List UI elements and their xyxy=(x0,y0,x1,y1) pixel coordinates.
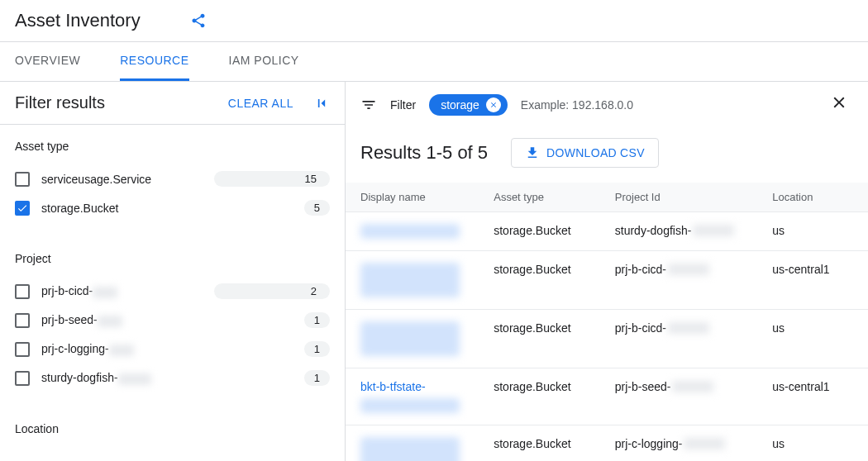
sidebar-actions: CLEAR ALL xyxy=(228,95,330,112)
cell-asset: storage.Bucket xyxy=(494,263,615,276)
download-csv-button[interactable]: DOWNLOAD CSV xyxy=(511,138,659,168)
cell-project: prj-b-seed- xyxy=(615,380,773,393)
filter-chip-storage: storage xyxy=(429,94,508,116)
count-badge: 15 xyxy=(214,171,330,187)
cell-asset: storage.Bucket xyxy=(494,224,615,237)
cell-asset: storage.Bucket xyxy=(494,380,615,393)
download-label: DOWNLOAD CSV xyxy=(546,146,645,159)
cell-project: sturdy-dogfish- xyxy=(615,224,773,237)
cell-project: prj-c-logging- xyxy=(615,437,773,450)
checkbox-storage-bucket[interactable] xyxy=(15,201,30,216)
table-row: storage.Bucket prj-c-logging- us xyxy=(346,425,868,461)
col-header-project[interactable]: Project Id xyxy=(615,191,773,203)
table-row: storage.Bucket sturdy-dogfish- us xyxy=(346,212,868,251)
checkbox-project[interactable] xyxy=(15,313,30,328)
cell-asset: storage.Bucket xyxy=(494,437,615,450)
cell-location: us-central1 xyxy=(772,263,853,276)
filter-label: prj-b-seed- xyxy=(41,313,122,326)
checkbox-project[interactable] xyxy=(15,284,30,299)
cell-display[interactable] xyxy=(360,321,494,356)
results-table: Display name Asset type Project Id Locat… xyxy=(346,183,868,461)
collapse-sidebar-icon[interactable] xyxy=(313,95,330,112)
chip-text: storage xyxy=(441,98,479,112)
tab-iam-policy[interactable]: IAM POLICY xyxy=(229,42,299,81)
filter-label: prj-c-logging- xyxy=(41,342,134,355)
main-panel: Filter storage Example: 192.168.0.0 Resu… xyxy=(346,82,868,461)
table-row: bkt-b-tfstate- storage.Bucket prj-b-seed… xyxy=(346,368,868,425)
results-title: Results 1-5 of 5 xyxy=(360,142,488,164)
cell-display[interactable] xyxy=(360,263,494,297)
filter-label: prj-b-cicd- xyxy=(41,284,117,297)
cell-project: prj-b-cicd- xyxy=(615,263,773,276)
filter-section-location: Location xyxy=(0,407,345,461)
filter-section-title: Project xyxy=(15,252,330,265)
filter-section-title: Location xyxy=(15,422,330,435)
filter-item: prj-b-cicd- 2 xyxy=(15,277,330,306)
col-header-asset[interactable]: Asset type xyxy=(494,191,615,203)
count-badge: 2 xyxy=(214,283,330,299)
filter-sidebar: Filter results CLEAR ALL Asset type serv… xyxy=(0,82,346,461)
table-header: Display name Asset type Project Id Locat… xyxy=(346,183,868,212)
filter-section-project: Project prj-b-cicd- 2 prj-b-seed- 1 prj-… xyxy=(0,237,345,407)
filter-label: storage.Bucket xyxy=(41,202,118,215)
cell-location: us xyxy=(772,437,853,450)
count-badge: 1 xyxy=(304,312,330,328)
filter-hint[interactable]: Example: 192.168.0.0 xyxy=(521,98,633,112)
tabs: OVERVIEW RESOURCE IAM POLICY xyxy=(0,42,868,82)
checkbox-serviceusage[interactable] xyxy=(15,172,30,187)
filter-label: serviceusage.Service xyxy=(41,173,151,186)
tab-overview[interactable]: OVERVIEW xyxy=(15,42,80,81)
clear-all-button[interactable]: CLEAR ALL xyxy=(228,97,293,110)
count-badge: 1 xyxy=(304,370,330,386)
filter-item: storage.Bucket 5 xyxy=(15,193,330,222)
cell-display[interactable]: bkt-b-tfstate- xyxy=(360,380,494,413)
filter-results-title: Filter results xyxy=(15,93,105,112)
filter-item: serviceusage.Service 15 xyxy=(15,164,330,193)
cell-display[interactable] xyxy=(360,224,494,239)
results-header: Results 1-5 of 5 DOWNLOAD CSV xyxy=(346,128,868,183)
filter-item: prj-c-logging- 1 xyxy=(15,335,330,364)
cell-project: prj-b-cicd- xyxy=(615,321,773,335)
table-row: storage.Bucket prj-b-cicd- us xyxy=(346,310,868,368)
table-row: storage.Bucket prj-b-cicd- us-central1 xyxy=(346,251,868,310)
page-header: Asset Inventory xyxy=(0,0,868,42)
filter-label: sturdy-dogfish- xyxy=(41,371,151,384)
download-icon xyxy=(525,145,540,160)
page-title: Asset Inventory xyxy=(15,10,141,31)
cell-location: us xyxy=(772,224,853,237)
tab-resource[interactable]: RESOURCE xyxy=(120,42,188,81)
sidebar-header: Filter results CLEAR ALL xyxy=(0,82,345,125)
filter-icon xyxy=(360,97,377,113)
filter-item: prj-b-seed- 1 xyxy=(15,306,330,335)
filter-item: sturdy-dogfish- 1 xyxy=(15,364,330,392)
cell-location: us xyxy=(772,321,853,335)
cell-display[interactable] xyxy=(360,437,494,461)
count-badge: 1 xyxy=(304,341,330,357)
checkbox-project[interactable] xyxy=(15,342,30,357)
cell-location: us-central1 xyxy=(772,380,853,393)
filter-section-title: Asset type xyxy=(15,140,330,153)
filter-section-asset-type: Asset type serviceusage.Service 15 stora… xyxy=(0,125,345,237)
filter-bar: Filter storage Example: 192.168.0.0 xyxy=(346,82,868,128)
checkbox-project[interactable] xyxy=(15,371,30,386)
col-header-display[interactable]: Display name xyxy=(360,191,494,203)
close-icon[interactable] xyxy=(830,93,848,116)
filter-label: Filter xyxy=(390,98,416,112)
share-icon[interactable] xyxy=(190,12,207,29)
count-badge: 5 xyxy=(304,200,330,216)
content: Filter results CLEAR ALL Asset type serv… xyxy=(0,82,868,461)
cell-asset: storage.Bucket xyxy=(494,321,615,335)
col-header-location[interactable]: Location xyxy=(772,191,853,203)
chip-remove-icon[interactable] xyxy=(486,97,501,112)
